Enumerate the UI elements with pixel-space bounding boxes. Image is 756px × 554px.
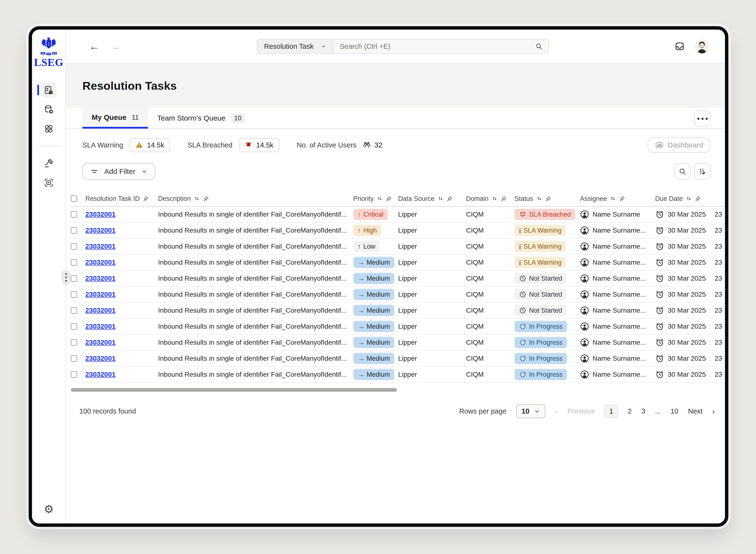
row-select-cell — [71, 243, 85, 250]
tab-team-storms-queue[interactable]: Team Storm’s Queue 10 — [148, 108, 254, 128]
sidebar-item-playbooks[interactable] — [41, 175, 57, 190]
active-users-value: 32 — [363, 141, 383, 149]
previous-chevron-icon[interactable]: ‹ — [555, 407, 558, 416]
search-icon — [679, 167, 687, 176]
priority-cell: →Medium — [353, 321, 398, 332]
sidebar-item-data-export[interactable] — [41, 102, 57, 117]
pin-icon[interactable] — [143, 196, 149, 202]
sla-breached-pill[interactable]: 14.5k — [239, 138, 279, 152]
back-arrow-button[interactable]: ← — [89, 41, 100, 52]
table-search-button[interactable] — [675, 163, 691, 179]
sidebar-item-settings[interactable]: ⚙ — [44, 504, 54, 515]
next-button[interactable]: Next — [688, 407, 703, 415]
select-all-checkbox[interactable] — [71, 196, 77, 202]
page-2[interactable]: 2 — [628, 407, 632, 415]
sla-warning-pill[interactable]: 14.5k — [129, 138, 170, 152]
search-submit[interactable] — [535, 43, 548, 50]
sort-icon[interactable] — [610, 196, 616, 202]
pin-icon[interactable] — [619, 196, 625, 202]
row-checkbox[interactable] — [71, 339, 77, 346]
row-checkbox[interactable] — [71, 211, 77, 218]
task-id-link[interactable]: 23032001 — [85, 354, 116, 363]
priority-arrow-icon: → — [358, 307, 364, 314]
dashboard-button[interactable]: Dashboard — [648, 137, 710, 153]
column-header[interactable]: Resolution Task ID — [85, 195, 158, 203]
pin-icon[interactable] — [447, 196, 453, 202]
column-header[interactable]: Assignee — [580, 195, 655, 203]
pin-icon[interactable] — [203, 196, 209, 202]
row-checkbox[interactable] — [71, 275, 77, 282]
row-checkbox[interactable] — [71, 307, 77, 314]
domain-cell: CIQM — [466, 307, 515, 314]
status-cell: In Progress — [515, 353, 580, 364]
edit-columns-button[interactable] — [694, 163, 710, 179]
task-id-link[interactable]: 23032001 — [85, 307, 116, 314]
alarm-clock-icon — [655, 226, 664, 235]
sort-icon[interactable] — [536, 196, 542, 202]
page-1-current[interactable]: 1 — [604, 405, 618, 418]
page-3[interactable]: 3 — [641, 407, 645, 415]
sidebar-item-resolution-tasks[interactable] — [41, 82, 57, 98]
sidebar-item-governance[interactable] — [41, 156, 57, 171]
column-header[interactable]: Status — [515, 195, 580, 203]
user-avatar[interactable] — [695, 39, 709, 53]
tab-my-queue[interactable]: My Queue 11 — [82, 108, 148, 128]
task-id-link[interactable]: 23032001 — [85, 211, 116, 218]
row-checkbox[interactable] — [71, 371, 77, 378]
row-checkbox[interactable] — [71, 259, 77, 266]
pin-icon[interactable] — [386, 196, 392, 202]
pin-icon[interactable] — [501, 196, 507, 202]
topbar: ← → Resolution Task — [66, 30, 725, 64]
pin-icon[interactable] — [695, 196, 701, 202]
sort-icon[interactable] — [376, 196, 383, 202]
sidebar-nav — [37, 82, 60, 190]
sort-icon[interactable] — [194, 196, 200, 202]
task-id-link[interactable]: 23032001 — [85, 323, 116, 330]
task-id-link[interactable]: 23032001 — [85, 259, 116, 266]
rows-per-page-select[interactable]: 10 — [516, 404, 545, 418]
row-checkbox[interactable] — [71, 323, 77, 330]
status-badge: Not Started — [515, 273, 567, 284]
page-10[interactable]: 10 — [671, 407, 678, 415]
tab-overflow-button[interactable] — [694, 111, 710, 127]
column-header[interactable]: Description — [158, 195, 353, 203]
sort-icon[interactable] — [686, 196, 692, 202]
search-scope-select[interactable]: Resolution Task — [257, 39, 333, 53]
task-id-link[interactable]: 23032001 — [85, 339, 116, 346]
exclamation-icon: ¡ — [519, 227, 521, 233]
sort-icon[interactable] — [438, 196, 444, 202]
forward-arrow-button[interactable]: → — [110, 41, 120, 52]
pin-icon[interactable] — [545, 196, 551, 202]
description-cell: Inbound Results in single of identifier … — [158, 307, 353, 314]
column-header[interactable]: Domain — [466, 195, 515, 203]
next-chevron-icon[interactable]: › — [712, 407, 715, 416]
row-checkbox[interactable] — [71, 243, 77, 250]
task-id-link[interactable]: 23032001 — [85, 371, 116, 378]
previous-button[interactable]: Previous — [567, 407, 595, 415]
sort-icon[interactable] — [491, 196, 498, 202]
row-select-cell — [71, 371, 85, 378]
records-count: 100 records found — [79, 407, 136, 415]
row-checkbox[interactable] — [71, 355, 77, 362]
column-header[interactable]: Data Source — [398, 195, 466, 203]
column-header[interactable]: Due Date — [655, 195, 714, 203]
task-id-link[interactable]: 23032001 — [85, 275, 116, 282]
alarm-clock-icon — [655, 338, 664, 347]
task-id-link[interactable]: 23032001 — [85, 242, 116, 250]
sidebar-item-remediation[interactable] — [41, 121, 57, 136]
assignee-cell: Name Surname... — [580, 322, 655, 331]
horizontal-scrollbar[interactable] — [71, 388, 397, 392]
search-input[interactable] — [333, 43, 535, 50]
table-row: 23032001Inbound Results in single of ide… — [71, 351, 725, 367]
column-header[interactable]: Priority — [353, 195, 398, 203]
inbox-tray-icon[interactable] — [675, 41, 685, 51]
progress-circle-icon — [519, 371, 527, 378]
panel-drag-handle[interactable] — [62, 270, 70, 284]
task-id-link[interactable]: 23032001 — [85, 227, 116, 234]
assignee-name: Name Surname... — [593, 259, 646, 266]
task-id-link[interactable]: 23032001 — [85, 291, 116, 298]
row-checkbox[interactable] — [71, 227, 77, 234]
row-checkbox[interactable] — [71, 291, 77, 297]
priority-badge: →Medium — [353, 353, 394, 364]
add-filter-button[interactable]: Add Filter — [82, 163, 155, 180]
